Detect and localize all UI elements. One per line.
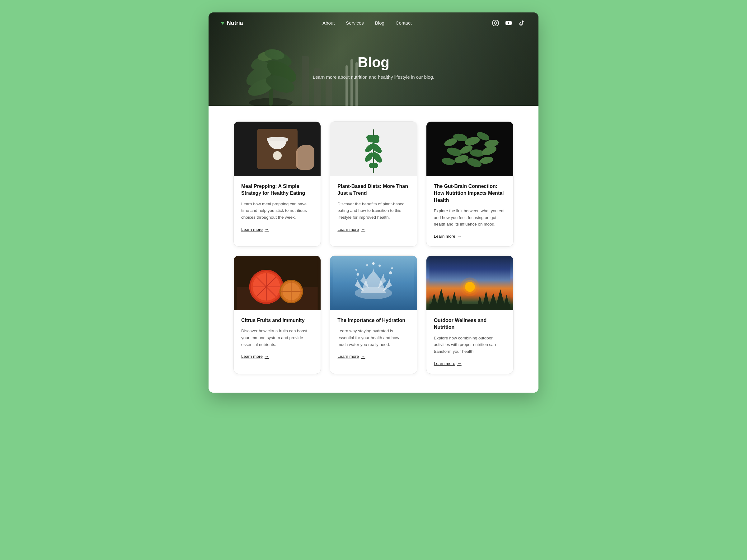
browser-window: ♥ Nutria About Services Blog Contact [209,12,538,393]
youtube-icon[interactable] [504,19,513,27]
logo[interactable]: ♥ Nutria [221,20,243,26]
card-description-meal-prep: Learn how meal prepping can save time an… [241,201,313,221]
learn-more-citrus[interactable]: Learn more → [241,354,269,359]
instagram-icon[interactable] [491,19,500,27]
blog-card-plant-based[interactable]: Plant-Based Diets: More Than Just a Tren… [330,121,417,247]
card-image-plant [330,122,417,176]
arrow-icon-6: → [457,361,462,366]
nav-about[interactable]: About [323,20,335,26]
learn-more-gut[interactable]: Learn more → [434,234,462,239]
card-description-sunset: Explore how combining outdoor activities… [434,335,506,355]
nav-blog[interactable]: Blog [375,20,384,26]
svg-rect-61 [429,304,510,310]
garlic-decoration [273,151,282,160]
plant-decoration [361,129,386,173]
blog-card-sunset[interactable]: Outdoor Wellness and Nutrition Explore h… [426,256,514,374]
card-image-gut: .bacteria-pill { background: #4a7a4a; bo… [427,122,513,176]
nav-links: About Services Blog Contact [323,20,411,26]
card-image-water [330,256,417,310]
arrow-icon-5: → [361,354,365,359]
card-body-gut: The Gut-Brain Connection: How Nutrition … [427,176,513,246]
nav-services[interactable]: Services [346,20,364,26]
svg-point-42 [389,271,392,274]
svg-point-50 [460,277,479,296]
arrow-icon-3: → [457,234,462,239]
nav-contact[interactable]: Contact [395,20,412,26]
card-title-citrus: Citrus Fruits and Immunity [241,317,313,324]
card-description-hydration: Learn why staying hydrated is essential … [337,328,409,348]
card-body-hydration: The Importance of Hydration Learn why st… [330,310,417,367]
card-title-plant: Plant-Based Diets: More Than Just a Tren… [337,183,409,197]
card-title-hydration: The Importance of Hydration [337,317,409,324]
card-body-plant: Plant-Based Diets: More Than Just a Tren… [330,176,417,240]
arrow-icon: → [264,227,269,232]
blog-card-hydration[interactable]: The Importance of Hydration Learn why st… [330,256,417,374]
card-image-meal-prep [234,122,320,176]
blog-card-citrus[interactable]: Citrus Fruits and Immunity Discover how … [233,256,321,374]
logo-text: Nutria [227,20,243,26]
cutting-board-decoration [257,129,298,169]
card-title-sunset: Outdoor Wellness and Nutrition [434,317,506,331]
card-description-gut: Explore the link between what you eat an… [434,208,506,228]
card-description-citrus: Discover how citrus fruits can boost you… [241,328,313,348]
card-image-citrus [234,256,320,310]
blog-card-meal-prep[interactable]: Meal Prepping: A Simple Strategy for Hea… [233,121,321,247]
blog-grid-row-1: Meal Prepping: A Simple Strategy for Hea… [233,121,514,247]
card-body-citrus: Citrus Fruits and Immunity Discover how … [234,310,320,367]
card-description-plant: Discover the benefits of plant-based eat… [337,201,409,221]
hand-decoration [296,145,314,170]
social-icons [491,19,526,27]
learn-more-hydration[interactable]: Learn more → [337,354,365,359]
svg-point-41 [356,269,357,271]
learn-more-sunset[interactable]: Learn more → [434,361,462,366]
svg-point-44 [372,262,375,265]
hero-section: ♥ Nutria About Services Blog Contact [209,12,538,106]
hero-content: Blog Learn more about nutrition and heal… [209,34,538,106]
arrow-icon-2: → [361,227,365,232]
card-title-meal-prep: Meal Prepping: A Simple Strategy for Hea… [241,183,313,197]
learn-more-meal-prep[interactable]: Learn more → [241,227,269,232]
learn-more-plant[interactable]: Learn more → [337,227,365,232]
svg-point-45 [366,264,368,266]
blog-grid-row-2: Citrus Fruits and Immunity Discover how … [233,256,514,374]
navbar: ♥ Nutria About Services Blog Contact [209,12,538,34]
hero-title: Blog [358,54,389,71]
hero-subtitle: Learn more about nutrition and healthy l… [313,74,434,80]
card-image-sunset [427,256,513,310]
card-title-gut: The Gut-Brain Connection: How Nutrition … [434,183,506,204]
card-body-sunset: Outdoor Wellness and Nutrition Explore h… [427,310,513,374]
main-content: Meal Prepping: A Simple Strategy for Hea… [209,106,538,393]
bowl-decoration [268,138,287,149]
heart-icon: ♥ [221,20,225,26]
svg-point-43 [391,267,393,269]
svg-point-46 [379,264,381,267]
blog-card-gut-brain[interactable]: .bacteria-pill { background: #4a7a4a; bo… [426,121,514,247]
tiktok-icon[interactable] [517,19,526,27]
card-body-meal-prep: Meal Prepping: A Simple Strategy for Hea… [234,176,320,240]
arrow-icon-4: → [264,354,269,359]
svg-point-40 [357,273,359,276]
